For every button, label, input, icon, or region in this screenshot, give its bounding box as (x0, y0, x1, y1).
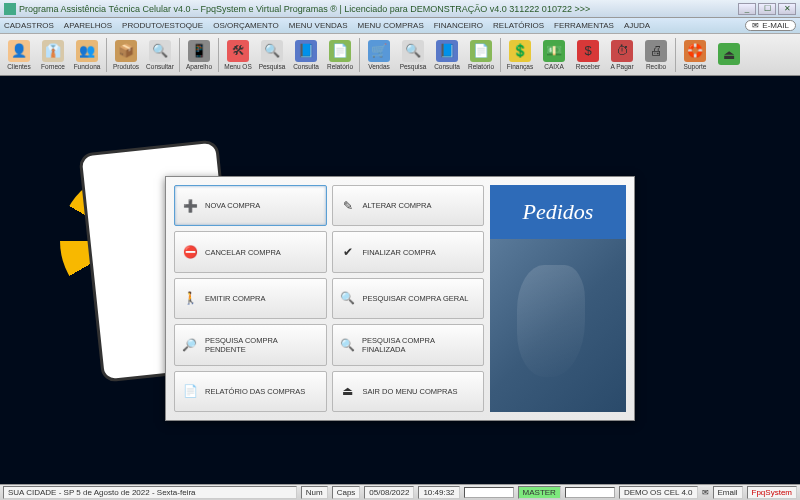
toolbar-a pagar[interactable]: ⏱A Pagar (605, 35, 639, 75)
status-email: Email (713, 486, 743, 499)
toolbar-recibo[interactable]: 🖨Recibo (639, 35, 673, 75)
dialog-emitir-compra[interactable]: 🚶EMITIR COMPRA (174, 278, 327, 319)
dialog-button-icon: ✔ (339, 243, 357, 261)
dialog-button-icon: 🚶 (181, 289, 199, 307)
toolbar-label: Pesquisa (259, 63, 286, 70)
dialog-nova-compra[interactable]: ➕NOVA COMPRA (174, 185, 327, 226)
toolbar-label: Vendas (368, 63, 390, 70)
menu-ajuda[interactable]: AJUDA (624, 21, 650, 30)
vendas-icon: 🛒 (368, 40, 390, 62)
toolbar-separator (106, 38, 107, 72)
toolbar-fornece[interactable]: 👔Fornece (36, 35, 70, 75)
toolbar-relatório[interactable]: 📄Relatório (323, 35, 357, 75)
toolbar-consulta[interactable]: 📘Consulta (289, 35, 323, 75)
toolbar-caixa[interactable]: 💵CAIXA (537, 35, 571, 75)
email-button[interactable]: ✉ E-MAIL (745, 20, 796, 31)
toolbar-funciona[interactable]: 👥Funciona (70, 35, 104, 75)
maximize-button[interactable]: ☐ (758, 3, 776, 15)
dialog-button-label: ALTERAR COMPRA (363, 201, 432, 210)
dialog-side-panel: Pedidos (490, 185, 626, 412)
toolbar-consulta[interactable]: 📘Consulta (430, 35, 464, 75)
toolbar-label: Finanças (507, 63, 533, 70)
minimize-button[interactable]: _ (738, 3, 756, 15)
menu-relatorios[interactable]: RELATÓRIOS (493, 21, 544, 30)
dialog-finalizar-compra[interactable]: ✔FINALIZAR COMPRA (332, 231, 485, 272)
app-icon (4, 3, 16, 15)
toolbar-label: Consulta (434, 63, 460, 70)
dialog-sair-do-menu-compras[interactable]: ⏏SAIR DO MENU COMPRAS (332, 371, 485, 412)
menu-os-orcamento[interactable]: OS/ORÇAMENTO (213, 21, 279, 30)
dialog-button-icon: 🔍 (339, 336, 357, 354)
exit-icon: ⏏ (718, 43, 740, 65)
dialog-pesquisa-compra-finalizada[interactable]: 🔍PESQUISA COMPRA FINALIZADA (332, 324, 485, 365)
menu-financeiro[interactable]: FINANCEIRO (434, 21, 483, 30)
dialog-pesquisa-compra-pendente[interactable]: 🔎PESQUISA COMPRA PENDENTE (174, 324, 327, 365)
toolbar-produtos[interactable]: 📦Produtos (109, 35, 143, 75)
dialog-button-icon: 🔎 (181, 336, 199, 354)
menu-compras[interactable]: MENU COMPRAS (358, 21, 424, 30)
toolbar-menu os[interactable]: 🛠Menu OS (221, 35, 255, 75)
recibo-icon: 🖨 (645, 40, 667, 62)
caixa-icon: 💵 (543, 40, 565, 62)
dialog-button-label: EMITIR COMPRA (205, 294, 265, 303)
a pagar-icon: ⏱ (611, 40, 633, 62)
dialog-button-label: CANCELAR COMPRA (205, 248, 281, 257)
toolbar-label: Pesquisa (400, 63, 427, 70)
toolbar-label: Menu OS (224, 63, 251, 70)
dialog-cancelar-compra[interactable]: ⛔CANCELAR COMPRA (174, 231, 327, 272)
toolbar-exit[interactable]: ⏏ (712, 35, 746, 75)
status-brand: FpqSystem (747, 486, 797, 499)
funciona-icon: 👥 (76, 40, 98, 62)
toolbar-relatório[interactable]: 📄Relatório (464, 35, 498, 75)
status-master: MASTER (518, 486, 561, 499)
toolbar-consultar[interactable]: 🔍Consultar (143, 35, 177, 75)
dialog-button-label: PESQUISAR COMPRA GERAL (363, 294, 469, 303)
dialog-relatório-das-compras[interactable]: 📄RELATÓRIO DAS COMPRAS (174, 371, 327, 412)
toolbar-label: Produtos (113, 63, 139, 70)
toolbar-label: Aparelho (186, 63, 212, 70)
titlebar: Programa Assistência Técnica Celular v4.… (0, 0, 800, 18)
toolbar: 👤Clientes👔Fornece👥Funciona📦Produtos🔍Cons… (0, 34, 800, 76)
toolbar-finanças[interactable]: 💲Finanças (503, 35, 537, 75)
menu-aparelhos[interactable]: APARELHOS (64, 21, 112, 30)
toolbar-pesquisa[interactable]: 🔍Pesquisa (396, 35, 430, 75)
toolbar-label: Relatório (327, 63, 353, 70)
toolbar-receber[interactable]: $Receber (571, 35, 605, 75)
status-progress (464, 487, 514, 498)
toolbar-label: A Pagar (610, 63, 633, 70)
dialog-button-icon: ➕ (181, 197, 199, 215)
toolbar-separator (500, 38, 501, 72)
menu-vendas[interactable]: MENU VENDAS (289, 21, 348, 30)
menu-ferramentas[interactable]: FERRAMENTAS (554, 21, 614, 30)
dialog-button-label: NOVA COMPRA (205, 201, 260, 210)
aparelho-icon: 📱 (188, 40, 210, 62)
receber-icon: $ (577, 40, 599, 62)
menu-produto-estoque[interactable]: PRODUTO/ESTOQUE (122, 21, 203, 30)
dialog-button-label: RELATÓRIO DAS COMPRAS (205, 387, 305, 396)
pesquisa-icon: 🔍 (261, 40, 283, 62)
envelope-icon: ✉ (702, 488, 709, 497)
dialog-pesquisar-compra-geral[interactable]: 🔍PESQUISAR COMPRA GERAL (332, 278, 485, 319)
clientes-icon: 👤 (8, 40, 30, 62)
toolbar-suporte[interactable]: 🛟Suporte (678, 35, 712, 75)
dialog-button-icon: ⏏ (339, 382, 357, 400)
toolbar-pesquisa[interactable]: 🔍Pesquisa (255, 35, 289, 75)
dialog-button-icon: 🔍 (339, 289, 357, 307)
menubar: CADASTROS APARELHOS PRODUTO/ESTOQUE OS/O… (0, 18, 800, 34)
dialog-button-icon: 📄 (181, 382, 199, 400)
menu-cadastros[interactable]: CADASTROS (4, 21, 54, 30)
consulta-icon: 📘 (436, 40, 458, 62)
toolbar-clientes[interactable]: 👤Clientes (2, 35, 36, 75)
toolbar-separator (675, 38, 676, 72)
status-num: Num (301, 486, 328, 499)
relatório-icon: 📄 (329, 40, 351, 62)
toolbar-aparelho[interactable]: 📱Aparelho (182, 35, 216, 75)
email-label: E-MAIL (762, 21, 789, 30)
status-caps: Caps (332, 486, 361, 499)
toolbar-label: Consultar (146, 63, 174, 70)
toolbar-vendas[interactable]: 🛒Vendas (362, 35, 396, 75)
status-progress-2 (565, 487, 615, 498)
dialog-alterar-compra[interactable]: ✎ALTERAR COMPRA (332, 185, 485, 226)
close-button[interactable]: ✕ (778, 3, 796, 15)
menu os-icon: 🛠 (227, 40, 249, 62)
